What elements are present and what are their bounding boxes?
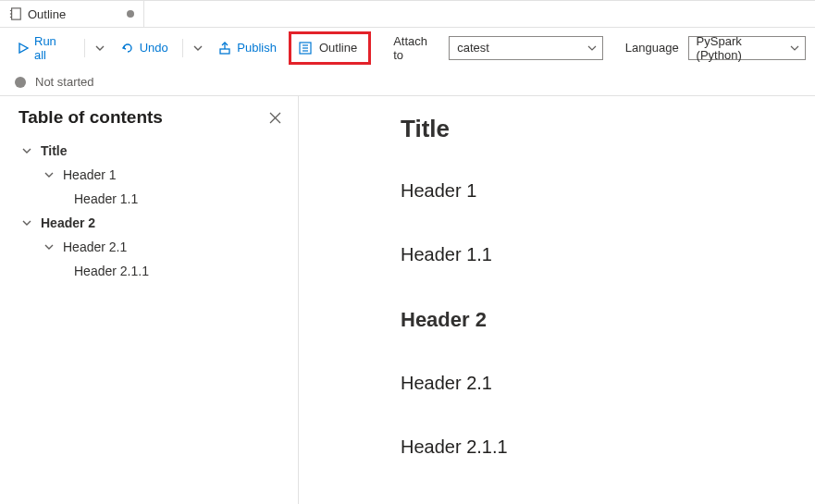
toc-sidebar: Table of contents Title Header 1 Header …: [0, 96, 299, 504]
tab-bar: Outline: [0, 0, 815, 28]
unsaved-dot-icon: [127, 10, 134, 18]
toc-item-header2[interactable]: Header 2: [19, 211, 285, 235]
chevron-down-icon: [44, 242, 57, 252]
toc-header: Table of contents: [19, 107, 285, 128]
toc-item-header21[interactable]: Header 2.1: [19, 235, 285, 259]
notebook-icon: [9, 7, 22, 20]
attach-to-label: Attach to: [393, 34, 439, 62]
undo-label: Undo: [140, 41, 168, 55]
body: Table of contents Title Header 1 Header …: [0, 96, 815, 504]
chevron-down-icon: [22, 146, 35, 155]
run-all-button[interactable]: Run all: [9, 35, 79, 61]
status-bar: Not started: [0, 68, 815, 96]
toc-item-label: Title: [41, 143, 68, 158]
language-value: PySpark (Python): [697, 34, 790, 62]
toc-item-label: Header 1.1: [74, 191, 138, 206]
publish-icon: [218, 42, 231, 55]
toc-item-label: Header 2.1: [63, 240, 127, 254]
chevron-down-icon: [22, 218, 35, 227]
heading-title: Title: [401, 115, 778, 143]
toc-item-header1[interactable]: Header 1: [19, 163, 285, 187]
status-dot-icon: [15, 77, 26, 88]
language-select[interactable]: PySpark (Python): [688, 36, 806, 60]
play-icon: [18, 43, 29, 54]
toc-item-label: Header 2.1.1: [74, 264, 149, 278]
heading-h11: Header 1.1: [401, 244, 778, 265]
toc-item-header11[interactable]: Header 1.1: [19, 187, 285, 211]
tab-label: Outline: [28, 7, 66, 21]
toc-item-label: Header 1: [63, 167, 117, 182]
toc-item-header211[interactable]: Header 2.1.1: [19, 259, 285, 283]
heading-h2: Header 2: [401, 308, 778, 332]
separator: [182, 39, 183, 57]
attach-to-select[interactable]: catest: [449, 36, 603, 60]
language-label: Language: [625, 41, 679, 55]
heading-h211: Header 2.1.1: [401, 436, 778, 458]
chevron-down-icon: [587, 43, 597, 53]
outline-icon: [299, 42, 312, 55]
heading-h21: Header 2.1: [401, 373, 778, 394]
toc-title: Table of contents: [19, 107, 163, 128]
chevron-down-icon: [44, 170, 57, 179]
svg-rect-5: [220, 49, 229, 54]
content-area: Title Header 1 Header 1.1 Header 2 Heade…: [299, 96, 815, 504]
undo-button[interactable]: Undo: [113, 35, 177, 61]
close-icon[interactable]: [265, 110, 285, 126]
toolbar: Run all Undo Publish Outline Attach to c…: [0, 28, 815, 68]
publish-button[interactable]: Publish: [210, 35, 285, 61]
attach-to-value: catest: [457, 41, 489, 55]
separator: [84, 39, 85, 57]
run-all-label: Run all: [34, 34, 70, 62]
undo-dropdown[interactable]: [189, 35, 207, 61]
chevron-down-icon: [790, 43, 799, 53]
tab-outline[interactable]: Outline: [0, 1, 144, 27]
publish-label: Publish: [237, 41, 277, 55]
status-text: Not started: [35, 75, 94, 89]
svg-rect-0: [12, 8, 21, 19]
toc-item-title[interactable]: Title: [19, 139, 285, 163]
toc-item-label: Header 2: [41, 215, 95, 230]
svg-marker-4: [19, 43, 28, 53]
outline-button[interactable]: Outline: [289, 31, 371, 65]
undo-icon: [121, 42, 134, 55]
heading-h1: Header 1: [401, 180, 778, 202]
run-all-dropdown[interactable]: [91, 35, 109, 61]
outline-label: Outline: [319, 41, 357, 55]
